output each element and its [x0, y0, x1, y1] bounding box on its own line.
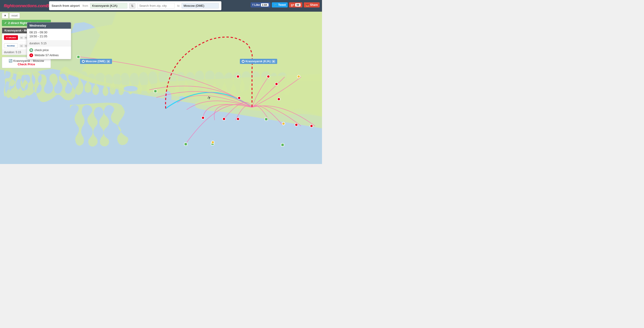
tooltip-header: Wednesday: [27, 22, 71, 29]
svg-point-14: [236, 118, 240, 120]
like-label: Like: [254, 3, 260, 6]
social-bar: f Like 2.6K 🐦 Tweet g+ 99 📤 Share: [250, 2, 320, 8]
svg-point-24: [297, 75, 300, 78]
tooltip-actions: 🔄 check price ♥ Website S7 Airlines: [27, 46, 71, 59]
tooltip-day: Wednesday: [30, 24, 46, 27]
gplus-icon: g+: [291, 3, 294, 6]
zip-input[interactable]: [137, 3, 174, 9]
svg-point-13: [238, 96, 240, 100]
website-action[interactable]: ♥ Website S7 Airlines: [30, 54, 68, 57]
s7-logo: S7 AIRLINES: [4, 35, 18, 40]
tooltip-time1: 08:15 - 09:30: [30, 30, 68, 34]
tooltip-time2: 19:50 - 21:05: [30, 34, 68, 38]
logo-text: flightconnections.com: [4, 4, 46, 8]
flight-tooltip: Wednesday 08:15 - 09:30 19:50 - 21:05 du…: [27, 22, 71, 59]
svg-point-12: [236, 75, 240, 78]
svg-rect-6: [77, 56, 80, 58]
share-icon: 📤: [306, 3, 309, 6]
krasnoyarsk-close-button[interactable]: ✕: [272, 60, 275, 63]
website-action-label: Website S7 Airlines: [34, 54, 58, 57]
svg-point-21: [310, 124, 313, 127]
tooltip-duration: duration: 5:15: [27, 40, 71, 46]
ns-day-su: su: [19, 44, 24, 48]
svg-point-2: [124, 86, 138, 92]
check-price-action-icon: 🔄: [30, 48, 33, 52]
svg-point-22: [212, 141, 214, 144]
svg-rect-7: [184, 143, 187, 146]
to-label: to: [177, 4, 180, 8]
google-plus-button[interactable]: g+ 99: [289, 2, 302, 8]
svg-rect-9: [265, 118, 268, 120]
svg-point-18: [275, 82, 278, 86]
moscow-airport-label: Moscow (DME) ✕: [80, 59, 112, 64]
svg-point-23: [282, 122, 285, 125]
svg-point-19: [278, 98, 280, 100]
s7-logo-text: S7 AIRLINES: [6, 37, 16, 39]
tw-icon: 🐦: [274, 3, 277, 6]
check-price-action-label: check price: [34, 48, 49, 52]
share-label: Share: [310, 3, 318, 6]
to-input[interactable]: [182, 3, 219, 9]
plane-icon: ✈: [4, 14, 6, 17]
svg-point-17: [267, 75, 270, 78]
twitter-tweet-button[interactable]: 🐦 Tweet: [272, 2, 288, 8]
from-label: from: [82, 4, 88, 8]
checkmark-icon: ✓: [4, 21, 7, 25]
like-count: 2.6K: [261, 3, 268, 6]
fb-icon: f: [252, 3, 254, 6]
from-input[interactable]: [90, 3, 128, 9]
moscow-label-text: Moscow (DME): [86, 60, 106, 63]
krasnoyarsk-label-text: Krasnoyarsk (KJA): [246, 60, 271, 63]
check-price-action[interactable]: 🔄 check price: [30, 48, 68, 52]
tooltip-duration-text: duration: 5:15: [30, 42, 46, 45]
check-price-icon: 🔄: [9, 59, 12, 62]
search-label: Search from airport: [52, 4, 80, 8]
heart-icon: ♥: [30, 54, 33, 57]
nordstar-logo: NordStar: [4, 44, 18, 48]
search-bar: Search from airport from ⇅ to: [49, 1, 222, 10]
tooltip-times: 08:15 - 09:30 19:50 - 21:05: [27, 29, 71, 40]
day-su: su: [19, 36, 24, 40]
filter-row: ✈ reset: [2, 13, 51, 18]
facebook-like-button[interactable]: f Like 2.6K: [250, 2, 270, 8]
svg-point-20: [295, 124, 298, 126]
duration-label: duration: 5:15: [4, 50, 21, 54]
svg-rect-10: [281, 144, 284, 146]
svg-point-15: [222, 118, 226, 120]
reset-button[interactable]: reset: [9, 13, 20, 18]
nordstar-logo-text: NordStar: [7, 45, 15, 47]
gplus-count: 99: [295, 3, 300, 6]
svg-point-16: [202, 116, 204, 119]
swap-button[interactable]: ⇅: [129, 3, 135, 9]
svg-point-1: [164, 91, 172, 103]
share-button[interactable]: 📤 Share: [304, 2, 320, 8]
tweet-label: Tweet: [278, 3, 286, 6]
moscow-close-button[interactable]: ✕: [106, 60, 110, 63]
krasnoyarsk-airport-label: Krasnoyarsk (KJA) ✕: [240, 59, 277, 64]
svg-rect-5: [154, 90, 157, 92]
check-price-text: Krasnoyarsk - Moscow Check Price: [13, 59, 44, 66]
filter-plane-button[interactable]: ✈: [2, 13, 8, 18]
